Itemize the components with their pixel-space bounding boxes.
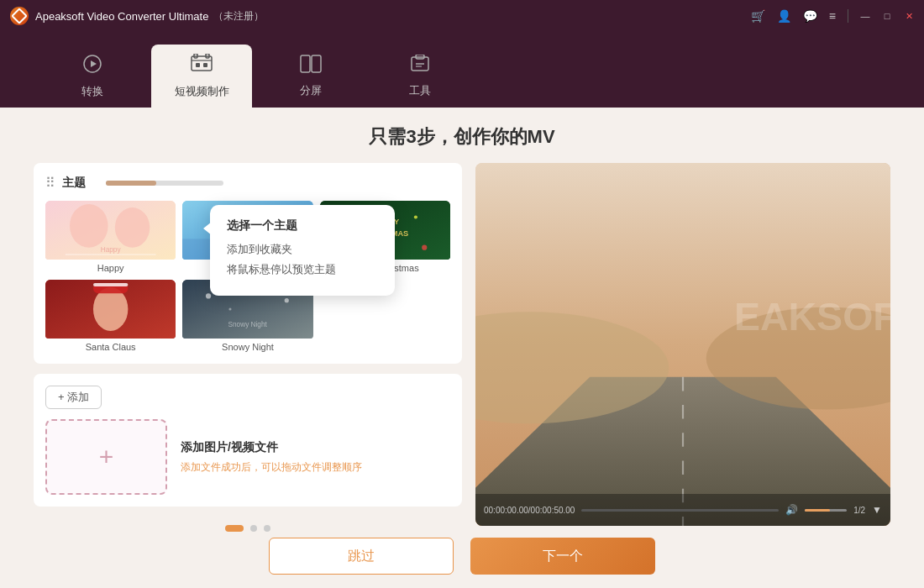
tab-mv[interactable]: 短视频制作 [151,45,252,108]
svg-marker-1 [91,60,97,67]
tab-convert-label: 转换 [81,84,103,99]
tab-convert[interactable]: 转换 [42,45,143,108]
left-panel: ⠿ 主题 [34,163,462,526]
tab-mv-label: 短视频制作 [175,84,229,99]
skip-button[interactable]: 跳过 [269,538,454,575]
preview-volume-icon[interactable]: 🔊 [785,504,798,516]
svg-point-25 [422,245,427,250]
svg-point-28 [93,287,128,331]
theme-card-santa[interactable]: Santa Claus [45,280,176,352]
svg-point-35 [229,307,232,310]
add-header: + 添加 [45,386,450,409]
dot-2[interactable] [250,525,257,532]
svg-text:Happy: Happy [101,246,122,254]
svg-rect-7 [203,63,207,67]
svg-point-34 [285,298,289,302]
drop-zone-plus-icon: + [99,443,114,471]
tooltip-title: 选择一个主题 [227,218,378,234]
tools-icon [410,55,430,78]
preview-page: 1/2 [853,506,865,515]
tooltip-item-2: 将鼠标悬停以预览主题 [227,262,378,277]
navbar: 转换 短视频制作 分屏 [0,32,924,108]
theme-name-snowy: Snowy Night [182,342,312,352]
preview-progress-bar[interactable] [581,509,779,512]
tooltip-arrow [203,222,212,235]
theme-scrollbar-container [99,181,223,186]
close-button[interactable]: ✕ [904,11,914,21]
preview-controls: 00:00:00.00/00:00:50.00 🔊 1/2 ▼ [475,494,890,526]
app-logo-icon [10,7,29,25]
tooltip-box: 选择一个主题 添加到收藏夹 将鼠标悬停以预览主题 [210,205,395,296]
app-title: Apeaksoft Video Converter Ultimate [35,10,208,23]
window-controls: 🛒 👤 💬 ≡ — □ ✕ [751,9,914,23]
dot-1[interactable] [225,525,244,532]
bottom-buttons: 跳过 下一个 [34,538,890,575]
dots-pagination [34,525,462,532]
page-dropdown-icon[interactable]: ▼ [872,504,882,516]
add-hint: 添加图片/视频文件 添加文件成功后，可以拖动文件调整顺序 [181,440,450,475]
tab-tools-label: 工具 [409,83,431,98]
maximize-button[interactable]: □ [882,11,892,21]
dot-3[interactable] [264,525,270,532]
separator [848,9,848,23]
tab-split-label: 分屏 [300,83,322,98]
add-button[interactable]: + 添加 [45,386,102,409]
grid-icon: ⠿ [45,175,55,191]
titlebar: Apeaksoft Video Converter Ultimate （未注册）… [0,0,924,32]
svg-point-32 [206,293,211,298]
tooltip-item-1[interactable]: 添加到收藏夹 [227,242,378,257]
main-content: 只需3步，创作你的MV ⠿ 主题 [0,108,924,588]
svg-point-26 [413,215,417,218]
theme-img-santa [45,280,176,339]
theme-section-header: ⠿ 主题 [45,175,450,191]
preview-time: 00:00:00.00/00:00:50.00 [484,506,575,515]
svg-point-15 [70,204,108,248]
user-icon[interactable]: 👤 [777,9,791,23]
theme-section: ⠿ 主题 [34,163,462,364]
add-content: + 添加图片/视频文件 添加文件成功后，可以拖动文件调整顺序 [45,419,450,495]
tab-split[interactable]: 分屏 [260,45,361,108]
theme-card-happy[interactable]: Happy Happy [45,201,176,273]
minimize-button[interactable]: — [860,11,870,21]
cart-icon[interactable]: 🛒 [751,9,765,23]
theme-name-santa: Santa Claus [45,342,176,352]
theme-img-happy: Happy [45,201,176,260]
preview-panel: EAKSOFT 00:00:00.00/00:00:50.00 🔊 1/2 ▼ [475,163,890,526]
menu-icon[interactable]: ≡ [829,9,836,23]
theme-scrollbar[interactable] [106,181,223,186]
chat-icon[interactable]: 💬 [803,9,817,23]
svg-text:Snowy Night: Snowy Night [228,321,268,328]
theme-scrollbar-thumb [106,181,156,186]
svg-point-16 [115,207,150,248]
next-button[interactable]: 下一个 [470,538,655,575]
add-hint-desc: 添加文件成功后，可以拖动文件调整顺序 [181,460,450,475]
reg-status: （未注册） [213,9,264,24]
mv-icon [191,54,213,79]
svg-rect-6 [196,63,200,67]
convert-icon [82,54,102,79]
svg-rect-9 [312,55,321,72]
split-icon [300,55,322,78]
svg-rect-30 [93,283,128,286]
add-section: + 添加 + 添加图片/视频文件 添加文件成功后，可以拖动文件调整顺序 [34,374,462,507]
page-title: 只需3步，创作你的MV [369,124,554,150]
add-hint-title: 添加图片/视频文件 [181,440,450,455]
volume-slider[interactable] [805,509,847,512]
svg-rect-8 [301,55,310,72]
volume-fill [805,509,830,512]
drop-zone[interactable]: + [45,419,167,495]
theme-name-happy: Happy [45,263,176,273]
theme-label: 主题 [62,176,86,191]
svg-text:EAKSOFT: EAKSOFT [734,295,890,339]
tab-tools[interactable]: 工具 [370,45,470,108]
content-row: ⠿ 主题 [34,163,890,526]
